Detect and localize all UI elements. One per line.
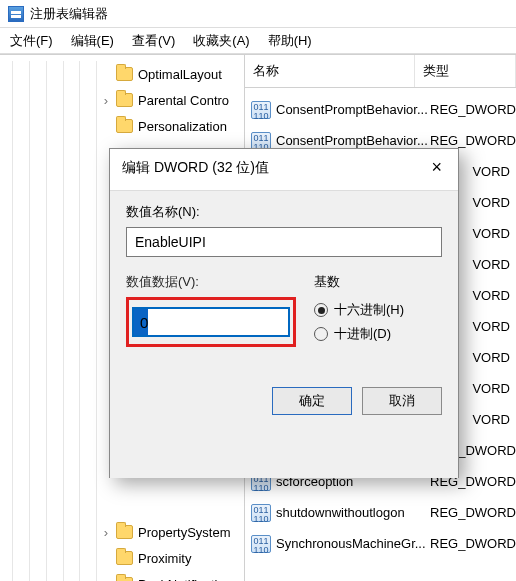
tree-item-label: Proximity	[138, 551, 191, 566]
value-name-input[interactable]	[126, 227, 442, 257]
tree-expander[interactable]: ›	[100, 525, 112, 540]
reg-dword-icon: 011110	[251, 101, 271, 119]
base-label: 基数	[314, 273, 442, 291]
window-titlebar: 注册表编辑器	[0, 0, 516, 28]
value-data-input[interactable]	[133, 308, 289, 336]
col-header-name[interactable]: 名称	[245, 55, 415, 87]
tree-item[interactable]: › Parental Contro	[0, 87, 244, 113]
tree-item[interactable]: Personalization	[0, 113, 244, 139]
tree-expander[interactable]: ›	[100, 93, 112, 108]
reg-dword-icon: 011110	[251, 504, 271, 522]
col-header-type[interactable]: 类型	[415, 55, 516, 87]
radio-dec[interactable]: 十进制(D)	[314, 325, 442, 343]
tree-item-label: OptimalLayout	[138, 67, 222, 82]
folder-icon	[116, 525, 133, 539]
folder-icon	[116, 551, 133, 565]
app-icon	[8, 6, 24, 22]
tree-item-label: Personalization	[138, 119, 227, 134]
radio-hex-label: 十六进制(H)	[334, 301, 404, 319]
tree-item[interactable]: › PushNotification	[0, 571, 244, 581]
reg-dword-icon: 011110	[251, 132, 271, 150]
menu-favorites[interactable]: 收藏夹(A)	[189, 30, 253, 52]
tree-expander[interactable]: ›	[100, 577, 112, 582]
edit-dword-dialog: 编辑 DWORD (32 位)值 × 数值名称(N): 数值数据(V): 基数 …	[109, 148, 459, 478]
menu-edit[interactable]: 编辑(E)	[67, 30, 118, 52]
tree-item-label: PushNotification	[138, 577, 232, 582]
value-type: REG_DWORD	[430, 102, 516, 117]
radio-icon	[314, 327, 328, 341]
folder-icon	[116, 119, 133, 133]
dialog-title: 编辑 DWORD (32 位)值	[122, 159, 269, 177]
value-name: shutdownwithoutlogon	[276, 505, 430, 520]
folder-icon	[116, 577, 133, 581]
value-type: REG_DWORD	[430, 505, 516, 520]
folder-icon	[116, 93, 133, 107]
menu-view[interactable]: 查看(V)	[128, 30, 179, 52]
list-row[interactable]: 011110 ConsentPromptBehavior... REG_DWOR…	[245, 94, 516, 125]
tree-item[interactable]: OptimalLayout	[0, 61, 244, 87]
value-name: ConsentPromptBehavior...	[276, 133, 430, 148]
radio-hex[interactable]: 十六进制(H)	[314, 301, 442, 319]
ok-button[interactable]: 确定	[272, 387, 352, 415]
tree-item[interactable]: › PropertySystem	[0, 519, 244, 545]
radio-dec-label: 十进制(D)	[334, 325, 391, 343]
value-name-label: 数值名称(N):	[126, 203, 442, 221]
list-row[interactable]: 011110 shutdownwithoutlogon REG_DWORD	[245, 497, 516, 528]
value-type: REG_DWORD	[430, 133, 516, 148]
tree-item-label: PropertySystem	[138, 525, 230, 540]
reg-dword-icon: 011110	[251, 535, 271, 553]
menu-file[interactable]: 文件(F)	[6, 30, 57, 52]
list-header: 名称 类型	[245, 55, 516, 88]
close-icon[interactable]: ×	[425, 157, 448, 178]
folder-icon	[116, 67, 133, 81]
value-data-highlight	[126, 297, 296, 347]
list-row[interactable]: 011110 SynchronousMachineGr... REG_DWORD	[245, 528, 516, 559]
radio-icon	[314, 303, 328, 317]
menu-help[interactable]: 帮助(H)	[264, 30, 316, 52]
value-name: ConsentPromptBehavior...	[276, 102, 430, 117]
tree-item-label: Parental Contro	[138, 93, 229, 108]
tree-item[interactable]: Proximity	[0, 545, 244, 571]
cancel-button[interactable]: 取消	[362, 387, 442, 415]
window-title: 注册表编辑器	[30, 5, 108, 23]
value-name: SynchronousMachineGr...	[276, 536, 430, 551]
value-data-label: 数值数据(V):	[126, 273, 296, 291]
menu-bar: 文件(F) 编辑(E) 查看(V) 收藏夹(A) 帮助(H)	[0, 28, 516, 54]
value-type: REG_DWORD	[430, 536, 516, 551]
